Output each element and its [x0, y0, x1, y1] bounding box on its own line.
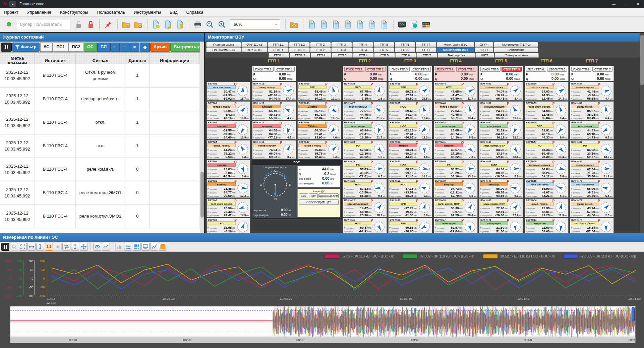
- turbine-cell[interactable]: ВЭУ №53генерацияР текущая21.60МВтР устав…: [525, 218, 569, 233]
- start-button-ГТП 7[interactable]: ПУСК ГТП 7: [571, 67, 591, 72]
- zoom-out-icon[interactable]: [204, 19, 215, 30]
- user-field[interactable]: [17, 20, 70, 29]
- menu-item-6[interactable]: Вид: [170, 10, 178, 15]
- turbine-cell[interactable]: ВЭУ №14аварияР текущая64.38МВтР уставка8…: [252, 121, 296, 139]
- main-chart[interactable]: [51, 260, 636, 295]
- zoom-select[interactable]: 66%▾: [230, 19, 280, 30]
- log-filter-toggle-ОС[interactable]: ОС: [84, 43, 97, 52]
- tab-Главная схема[interactable]: Главная схема: [206, 42, 241, 47]
- turbine-cell[interactable]: ВЭУ №58SPDР текущая32.81МВтР уставка-46.…: [525, 121, 569, 139]
- turbine-cell[interactable]: ВЭУ №46загр. контр. ВЭУР текущая22.98МВт…: [479, 198, 523, 217]
- tab-Вентиляция[interactable]: Вентиляция: [494, 47, 538, 52]
- table-row[interactable]: 2025-12-12 10:03:45.992В 110 ГЭС-4неиспр…: [0, 88, 200, 111]
- turbine-cell[interactable]: ВЭУ №44НССР текущая47.65МВтР уставка-1.4…: [434, 82, 478, 101]
- turbine-cell[interactable]: ВЭУ №48НССР текущая64.84МВтР уставка-88.…: [479, 160, 523, 178]
- tab-ГТП 4[interactable]: ГТП 4: [352, 47, 373, 52]
- table-row[interactable]: 2025-12-12 10:03:45.992В 110 ГЭС-4реле к…: [0, 158, 200, 181]
- fit-button[interactable]: [19, 243, 27, 251]
- turbine-cell[interactable]: ВЭУ №20SPDР текущая58.49МВтР уставка-50.…: [297, 82, 341, 101]
- turbine-cell[interactable]: ВЭУ №16ожид. генер.Р текущая81.39МВтР ус…: [252, 82, 296, 101]
- bars-button[interactable]: [115, 243, 123, 251]
- tab-ЩПТ[interactable]: ЩПТ: [475, 53, 494, 58]
- turbine-cell[interactable]: ВЭУ №13готов к пускуР текущая74.24МВтР у…: [252, 140, 296, 159]
- turbine-cell[interactable]: ВЭУ №24PDР текущая55.63МВтР уставка35.62…: [343, 160, 387, 178]
- turbine-cell[interactable]: ВЭУ №38загр. контр. ВЭУР текущая56.39МВт…: [434, 198, 478, 217]
- log-filter-toggle-БП[interactable]: БП: [97, 43, 110, 52]
- tab-ГТП 2[interactable]: ГТП 2: [310, 47, 331, 52]
- turbine-cell[interactable]: ВЭУ №7готов к пускуР текущая57.85МВтР ус…: [207, 101, 250, 120]
- turbine-cell[interactable]: ВЭУ №17готов к пускуР текущая35.80МВтР у…: [297, 140, 341, 159]
- lock-closed-icon[interactable]: [85, 19, 96, 30]
- du-key-button-Удаленный АРМ[interactable]: Удаленный АРМ: [318, 193, 338, 198]
- tab-Электропитание[interactable]: Электропитание: [494, 53, 539, 58]
- doc-star-form-icon[interactable]: ★: [355, 19, 365, 30]
- doc-star-grid-icon[interactable]: ★: [367, 19, 377, 30]
- legend-entry[interactable]: 52.82 - ВЛ 110 кВ ГЭС - ВЭС - Ic: [325, 254, 394, 258]
- turbine-cell[interactable]: ВЭУ №84готов к пускуР текущая41.48МВтР у…: [570, 82, 614, 101]
- eye-button[interactable]: [93, 243, 101, 251]
- turbine-cell[interactable]: ВЭУ №57PDР текущая33.34МВтР уставка-59.4…: [525, 140, 569, 159]
- tab-ГТП 1.1[interactable]: ГТП 1.1: [268, 42, 289, 47]
- turbine-cell[interactable]: ВЭУ №39EMstopР текущая94.73МВтР уставка-…: [434, 179, 478, 198]
- turbine-cell[interactable]: ВЭУ №40PDР текущая54.52МВтР уставка-75.2…: [434, 160, 478, 178]
- tab-ЩСН[interactable]: ЩСН: [475, 47, 493, 52]
- close-button[interactable]: ✕: [632, 0, 644, 8]
- tab-ГТП 5[interactable]: ГТП 5: [374, 53, 395, 58]
- log-action-remove-button[interactable]: −: [120, 43, 129, 52]
- report-icon[interactable]: [409, 19, 419, 30]
- turbine-cell[interactable]: ВЭУ №5ожид. генер.Р текущая14.24МВтР уст…: [207, 140, 250, 159]
- menu-item-7[interactable]: Справка: [186, 10, 203, 15]
- list-button[interactable]: [124, 243, 132, 251]
- tab-ГТП 3[interactable]: ГТП 3: [331, 42, 352, 47]
- start-button-ГТП 5[interactable]: ПУСК ГТП 5: [480, 67, 501, 72]
- turbine-cell[interactable]: ВЭУ №54ожид. генер.Р текущая22.98МВтР ус…: [525, 198, 569, 217]
- turbine-cell[interactable]: ВЭУ №3EMstopР текущая21.48МВтР уставка84…: [207, 179, 250, 198]
- turbine-cell[interactable]: ВЭУ №15EMstopР текущая-65.10МВтР уставка…: [252, 101, 296, 120]
- start-button-ГТП 2[interactable]: ПУСК ГТП 2: [344, 67, 364, 72]
- turbine-cell[interactable]: ВЭУ №43готов к пускуР текущая27.64МВтР у…: [434, 101, 478, 120]
- menu-item-3[interactable]: Конструкторы: [60, 10, 88, 15]
- turbine-cell[interactable]: ВЭУ №51инициализацияР текущая24.07МВтР у…: [479, 101, 523, 120]
- doc-star-list-icon[interactable]: ★: [318, 19, 329, 30]
- tab-ГТП 6[interactable]: ГТП 6: [395, 47, 415, 52]
- tab-ОРУ 110 кВ[interactable]: ОРУ 110 кВ: [241, 42, 268, 47]
- tab-Мониторинг ВЭУ[interactable]: Мониторинг ВЭУ: [437, 47, 474, 52]
- log-filter-toggle-ПС2[interactable]: ПС2: [68, 43, 83, 52]
- log-action-mark-button[interactable]: ◈: [140, 43, 150, 52]
- start-button-ГТП 6[interactable]: ПУСК ГТП 6: [526, 67, 546, 72]
- turbine-cell[interactable]: ВЭУ №23НССР текущая87.13МВтР уставка-13.…: [343, 179, 387, 198]
- du-key-button-ВЭС[interactable]: ВЭС: [299, 193, 308, 198]
- restore-icon[interactable]: ▲: [9, 1, 16, 7]
- doc-star-chart-icon[interactable]: ★: [379, 19, 390, 30]
- tab-Мониторинг ВЭС[interactable]: Мониторинг ВЭС: [437, 42, 474, 47]
- navigator-handle[interactable]: [632, 307, 635, 321]
- one2one-button[interactable]: 1:1: [45, 243, 53, 251]
- turbine-cell[interactable]: ВЭУ №1PDР текущая16.55МВтР уставка-0.26М…: [207, 218, 250, 233]
- menu-item-2[interactable]: Управление: [27, 10, 51, 15]
- minimize-button[interactable]: —: [608, 0, 620, 8]
- doc-add-icon[interactable]: +: [151, 19, 161, 30]
- tab-ГТП 6[interactable]: ГТП 6: [395, 53, 416, 58]
- turbine-cell[interactable]: ВЭУ №60готов к пускуР текущая24.03МВтР у…: [525, 82, 569, 101]
- table-row[interactable]: 2025-12-12 10:03:45.992В 110 ГЭС-4откл.1: [0, 111, 200, 134]
- turbine-cell[interactable]: ВЭУ №28SPDР текущая67.75МВтР уставка-1.9…: [343, 82, 387, 101]
- turbine-cell[interactable]: ВЭУ №55тест системыР текущая56.99МВтР ус…: [525, 179, 569, 198]
- turbine-cell[interactable]: ВЭУ №52готов к пускуР текущая74.07МВтР у…: [479, 82, 523, 101]
- archive-button[interactable]: Архив: [150, 43, 170, 52]
- turbine-cell[interactable]: ВЭУ №83ожид. генер.Р текущая86.97МВтР ус…: [570, 101, 614, 120]
- tab-Мониторинг Т-1,Т-2[interactable]: Мониторинг Т-1,Т-2: [494, 42, 538, 47]
- turbine-cell[interactable]: ВЭУ №4аварияР текущая13.83МВтР уставка-3…: [207, 160, 250, 178]
- tab-ГТП 5[interactable]: ГТП 5: [373, 47, 394, 52]
- table-row[interactable]: 2025-12-12 10:03:45.992В 110 ГЭС-4реле к…: [0, 205, 200, 228]
- turbine-cell[interactable]: ВЭУ №35НССР текущая69.48МВтР уставка44.1…: [388, 101, 432, 120]
- start-button-ГТП 3[interactable]: ПУСК ГТП 3: [390, 67, 410, 72]
- turbine-cell[interactable]: ВЭУ №82генерацияР текущая44.33МВтР устав…: [570, 121, 614, 139]
- tab-ГТП 3[interactable]: ГТП 3: [331, 47, 352, 52]
- varrows-button[interactable]: [71, 243, 79, 251]
- start-button-ГТП 1[interactable]: ПУСК ГТП 1: [253, 67, 274, 72]
- turbine-cell[interactable]: ВЭУ №80готов к пускуР текущая67.84МВтР у…: [570, 160, 614, 178]
- tab-ГИС схема ВЭС[interactable]: ГИС схема ВЭС: [206, 47, 241, 52]
- zoom-in-icon[interactable]: [217, 19, 227, 30]
- printer-icon[interactable]: [192, 19, 203, 30]
- menu-item-4[interactable]: Пользователь: [97, 10, 125, 15]
